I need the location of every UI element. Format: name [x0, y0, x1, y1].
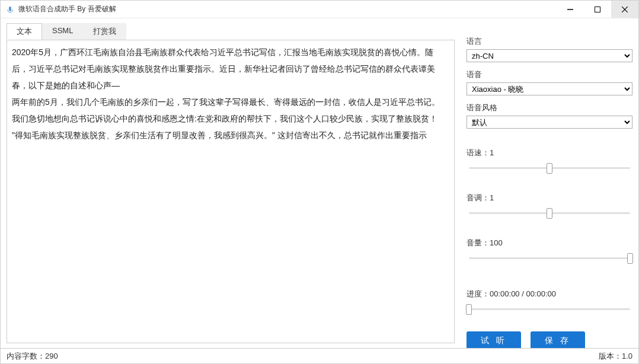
window-controls — [557, 1, 638, 18]
char-count: 内容字数：290 — [7, 351, 599, 362]
style-label: 语音风格 — [467, 103, 632, 113]
rate-slider-thumb[interactable] — [547, 163, 552, 174]
progress-slider-thumb[interactable] — [466, 304, 472, 315]
right-panel: 语言 zh-CN 语音 Xiaoxiao - 晓晓 语音风格 默认 语速：1 — [455, 23, 632, 343]
tab-donate[interactable]: 打赏我 — [83, 23, 126, 40]
style-select[interactable]: 默认 — [467, 116, 632, 129]
left-panel: 文本 SSML 打赏我 — [7, 23, 455, 343]
tab-ssml[interactable]: SSML — [42, 23, 83, 40]
pitch-label: 音调：1 — [467, 193, 632, 203]
voice-select[interactable]: Xiaoxiao - 晓晓 — [467, 82, 632, 95]
maximize-button[interactable] — [584, 1, 611, 18]
pitch-slider-thumb[interactable] — [547, 208, 552, 219]
statusbar: 内容字数：290 版本：1.0 — [1, 348, 638, 363]
app-icon — [5, 5, 15, 14]
progress-slider[interactable] — [469, 303, 630, 315]
volume-slider[interactable] — [469, 252, 630, 264]
svg-rect-2 — [595, 7, 600, 12]
progress-label: 进度：00:00:00 / 00:00:00 — [467, 289, 632, 299]
rate-slider[interactable] — [469, 162, 630, 174]
voice-label: 语音 — [467, 69, 632, 80]
volume-label: 音量：100 — [467, 238, 632, 248]
window-title: 微软语音合成助手 By 吾爱破解 — [18, 4, 557, 14]
rate-label: 语速：1 — [467, 148, 632, 158]
volume-slider-thumb[interactable] — [627, 253, 633, 264]
pitch-slider[interactable] — [469, 207, 630, 219]
language-label: 语言 — [467, 36, 632, 47]
version: 版本：1.0 — [599, 351, 632, 362]
minimize-button[interactable] — [557, 1, 584, 18]
text-area-container — [7, 40, 455, 343]
tab-bar: 文本 SSML 打赏我 — [7, 23, 455, 40]
close-button[interactable] — [611, 1, 638, 18]
text-input[interactable] — [7, 40, 454, 343]
svg-rect-0 — [9, 7, 11, 11]
language-select[interactable]: zh-CN — [467, 49, 632, 62]
titlebar: 微软语音合成助手 By 吾爱破解 — [1, 1, 638, 18]
tab-text[interactable]: 文本 — [7, 23, 42, 40]
